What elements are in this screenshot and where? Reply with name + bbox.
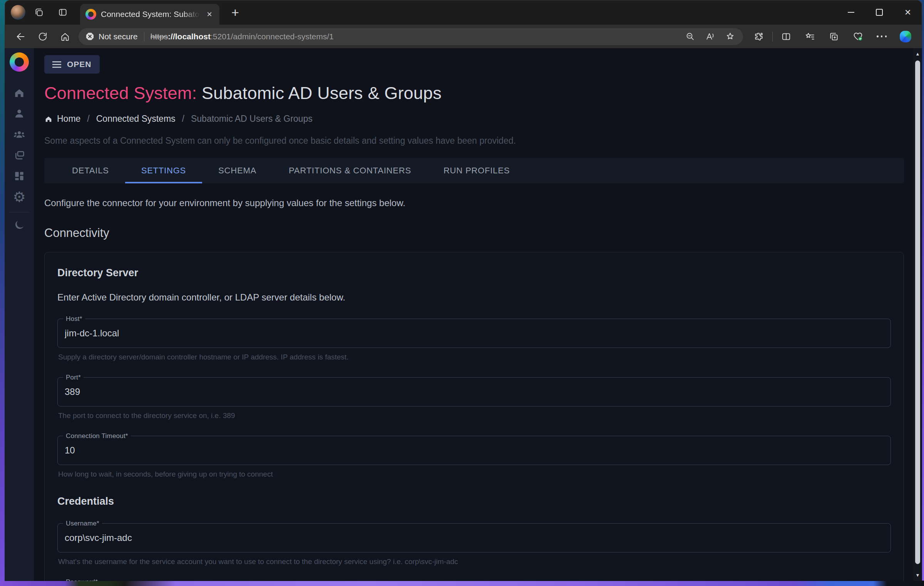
tab-schema[interactable]: SCHEMA (202, 158, 273, 183)
sidebar-divider (9, 212, 30, 212)
page-title: Connected System: Subatomic AD Users & G… (44, 83, 904, 103)
browser-essentials-icon (853, 31, 863, 42)
zoom-out-icon (685, 32, 695, 41)
breadcrumb-section-link[interactable]: Connected Systems (96, 114, 176, 124)
browser-window: Connected System: Subatomic AD × + × (5, 0, 922, 581)
sidebar-item-groups[interactable] (5, 124, 34, 145)
toolbar-divider (772, 32, 773, 42)
scrollbar-thumb[interactable] (915, 60, 920, 564)
back-button[interactable] (9, 27, 32, 46)
read-aloud-icon (705, 32, 715, 41)
tab-details[interactable]: DETAILS (56, 158, 125, 183)
group-heading-credentials: Credentials (57, 495, 891, 507)
favorites-button[interactable] (798, 27, 822, 46)
port-field-label: Port* (63, 374, 84, 381)
profile-avatar[interactable] (11, 5, 25, 20)
settings-intro: Configure the connector for your environ… (44, 198, 904, 208)
dashboard-icon (13, 170, 25, 182)
maximize-button[interactable] (865, 0, 894, 25)
connection-timeout-helper-text: How long to wait, in seconds, before giv… (57, 470, 891, 479)
not-secure-icon (85, 32, 94, 41)
tab-actions-button[interactable] (52, 3, 73, 21)
extensions-button[interactable] (747, 27, 771, 46)
tab-bar: DETAILS SETTINGS SCHEMA PARTITIONS & CON… (44, 158, 904, 183)
port-input[interactable] (58, 378, 891, 406)
url-text[interactable]: https://localhost:5201/admin/connected-s… (151, 32, 680, 41)
copilot-button[interactable] (894, 27, 917, 46)
tab-partitions-containers-label: PARTITIONS & CONTAINERS (289, 166, 411, 176)
connection-timeout-input[interactable] (58, 436, 891, 465)
username-field-label: Username* (63, 520, 102, 527)
refresh-button[interactable] (32, 27, 54, 46)
toolbar-right-icons (747, 27, 917, 46)
sidebar-item-connected-systems[interactable] (5, 145, 34, 166)
tab-settings[interactable]: SETTINGS (125, 158, 202, 183)
tab-title: Connected System: Subatomic AD (101, 10, 200, 19)
settings-more-button[interactable] (870, 27, 894, 46)
desktop-taskbar-sliver (0, 581, 924, 586)
open-menu-button[interactable]: OPEN (44, 55, 100, 74)
minimize-button[interactable] (837, 0, 865, 25)
open-button-label: OPEN (67, 60, 92, 69)
connection-timeout-field-label: Connection Timeout* (63, 433, 131, 440)
address-bar[interactable]: Not secure https://localhost:5201/admin/… (79, 28, 743, 45)
workspaces-button[interactable] (28, 3, 49, 21)
stacked-systems-icon (13, 149, 25, 161)
scroll-up-arrow[interactable]: ▲ (916, 48, 920, 60)
zoom-out-button[interactable] (680, 29, 700, 44)
read-aloud-button[interactable] (700, 29, 720, 44)
breadcrumb-home-link[interactable]: Home (44, 114, 80, 124)
directory-server-description: Enter Active Directory domain controller… (57, 292, 891, 303)
gear-icon: ⚙ (13, 190, 25, 204)
favorites-list-icon (805, 32, 815, 42)
new-tab-button[interactable]: + (227, 4, 243, 20)
host-field: Host* (57, 319, 891, 348)
copilot-icon (900, 31, 911, 42)
page-viewport: ⚙ OPEN Connected System: Subatomic AD Us… (5, 48, 922, 581)
browser-essentials-button[interactable] (846, 27, 870, 46)
sidebar-item-settings[interactable]: ⚙ (5, 186, 34, 207)
username-helper-text: What's the username for the service acco… (57, 557, 891, 566)
minimize-icon (848, 12, 854, 13)
sidebar-item-users[interactable] (5, 103, 34, 124)
address-divider (144, 32, 144, 41)
app-logo[interactable] (10, 52, 29, 72)
close-icon: × (905, 7, 911, 18)
browser-tab[interactable]: Connected System: Subatomic AD × (80, 4, 219, 25)
favorite-star-icon (725, 32, 735, 41)
port-helper-text: The port to connect to the directory ser… (57, 411, 891, 420)
breadcrumb-home-label: Home (57, 114, 80, 124)
tab-run-profiles[interactable]: RUN PROFILES (427, 158, 526, 183)
breadcrumb-current: Subatomic AD Users & Groups (191, 114, 313, 124)
page-scrollbar[interactable]: ▲ ▼ (913, 48, 922, 581)
home-icon (44, 115, 53, 123)
sidebar-item-dashboard[interactable] (5, 166, 34, 186)
page-content: OPEN Connected System: Subatomic AD User… (44, 48, 904, 581)
home-button[interactable] (54, 27, 76, 46)
split-screen-button[interactable] (774, 27, 798, 46)
add-favorite-button[interactable] (720, 29, 740, 44)
breadcrumb: Home / Connected Systems / Subatomic AD … (44, 114, 904, 124)
scroll-down-arrow[interactable]: ▼ (916, 569, 920, 581)
breadcrumb-separator: / (182, 114, 184, 124)
site-favicon (85, 9, 96, 20)
theme-toggle[interactable] (5, 215, 34, 235)
collections-button[interactable] (822, 27, 846, 46)
host-input[interactable] (58, 319, 891, 348)
page-notice: Some aspects of a Connected System can o… (44, 136, 904, 146)
username-input[interactable] (58, 524, 891, 552)
tab-partitions-containers[interactable]: PARTITIONS & CONTAINERS (273, 158, 427, 183)
close-button[interactable]: × (894, 0, 922, 25)
maximize-icon (876, 9, 883, 16)
sidebar-item-home[interactable] (5, 82, 34, 103)
browser-toolbar: Not secure https://localhost:5201/admin/… (5, 25, 922, 48)
home-icon (60, 32, 70, 42)
section-heading-connectivity: Connectivity (44, 226, 904, 240)
security-badge[interactable]: Not secure (85, 32, 138, 41)
group-heading-directory-server: Directory Server (57, 267, 891, 279)
group-icon (13, 128, 26, 141)
host-helper-text: Supply a directory server/domain control… (57, 353, 891, 361)
url-scheme: https (151, 32, 168, 41)
connection-timeout-field: Connection Timeout* (57, 436, 891, 465)
tab-close-button[interactable]: × (203, 8, 216, 20)
